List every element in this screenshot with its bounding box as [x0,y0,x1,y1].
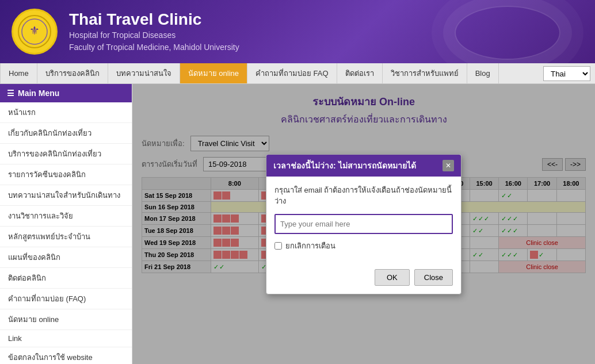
sidebar-item-faq[interactable]: คำถามที่ถามบ่อย (FAQ) [0,289,132,309]
nav-services[interactable]: บริการของคลินิก [37,63,108,83]
header: ⚜ Thai Travel Clinic Hospital for Tropic… [0,0,595,63]
content-area: ระบบนัดหมาย On-line คลินิกเวชศาสตร์ท่องเ… [132,84,595,364]
sidebar-item-appointment[interactable]: นัดหมาย online [0,309,132,330]
cancel-checkbox[interactable] [274,242,282,250]
modal-footer: OK Close [266,269,461,294]
nav-articles[interactable]: บทความน่าสนใจ [108,63,180,83]
ok-button[interactable]: OK [375,269,410,286]
cancel-label: ยกเลิกการเตือน [285,240,335,252]
logo: ⚜ [12,9,58,55]
sidebar-item-map[interactable]: แผนที่ของคลินิก [0,247,132,268]
sidebar-item-services[interactable]: บริการของคลินิกนักท่องเที่ยว [0,144,132,164]
sidebar-item-contact[interactable]: ติดต่อคลินิก [0,268,132,289]
subtitle1: Hospital for Tropical Diseases [69,29,239,41]
modal-dialog: เวลาช่องนี้ไม่ว่าง: ไม่สามารถนัดหมายได้ … [266,154,461,294]
nav-faq[interactable]: คำถามที่ถามบ่อย FAQ [247,63,337,83]
email-input[interactable] [274,214,453,234]
modal-overlay[interactable]: เวลาช่องนี้ไม่ว่าง: ไม่สามารถนัดหมายได้ … [132,84,595,364]
nav-medical[interactable]: วิชาการสำหรับแพทย์ [383,63,467,83]
sidebar: ☰ Main Menu หน้าแรก เกี่ยวกับคลินิกนักท่… [0,84,132,364]
nav-blog[interactable]: Blog [467,63,499,83]
modal-close-x-button[interactable]: ✕ [443,160,454,171]
modal-title: เวลาช่องนี้ไม่ว่าง: ไม่สามารถนัดหมายได้ [273,159,416,172]
nav-contact[interactable]: ติดต่อเรา [337,63,383,83]
sidebar-item-link[interactable]: Link [0,330,132,347]
modal-body-text: กรุณาใส่ email ถ้าต้องการให้แจ้งเตือนถ้า… [274,185,453,207]
sidebar-item-articles[interactable]: บทความน่าสนใจสำหรับนักเดินทาง [0,185,132,206]
svg-text:⚜: ⚜ [29,24,40,37]
main-layout: ☰ Main Menu หน้าแรก เกี่ยวกับคลินิกนักท่… [0,84,595,364]
modal-header: เวลาช่องนี้ไม่ว่าง: ไม่สามารถนัดหมายได้ … [266,155,461,177]
sidebar-item-curriculum[interactable]: หลักสูตรแพทย์ประจำบ้าน [0,227,132,247]
header-text: Thai Travel Clinic Hospital for Tropical… [69,10,239,53]
sidebar-item-home[interactable]: หน้าแรก [0,102,132,123]
close-button[interactable]: Close [414,269,453,286]
sidebar-item-research[interactable]: งานวิชาการและวิจัย [0,206,132,227]
modal-body: กรุณาใส่ email ถ้าต้องการให้แจ้งเตือนถ้า… [266,177,461,269]
sidebar-item-vaccines[interactable]: รายการวัคซีนของคลินิก [0,164,132,185]
cancel-notification-row: ยกเลิกการเตือน [274,240,453,252]
nav-home[interactable]: Home [0,63,37,83]
site-title: Thai Travel Clinic [69,10,239,29]
subtitle2: Faculty of Tropical Medicine, Mahidol Un… [69,41,239,53]
nav-appointment[interactable]: นัดหมาย online [180,63,247,83]
sidebar-header: ☰ Main Menu [0,84,132,102]
sidebar-item-about[interactable]: เกี่ยวกับคลินิกนักท่องเที่ยว [0,123,132,144]
navigation: Home บริการของคลินิก บทความน่าสนใจ นัดหม… [0,63,595,84]
language-selector[interactable]: Thai English [543,66,590,81]
sidebar-title: Main Menu [18,89,59,98]
menu-icon: ☰ [7,89,14,98]
sidebar-item-terms[interactable]: ข้อตกลงในการใช้ website [0,347,132,364]
